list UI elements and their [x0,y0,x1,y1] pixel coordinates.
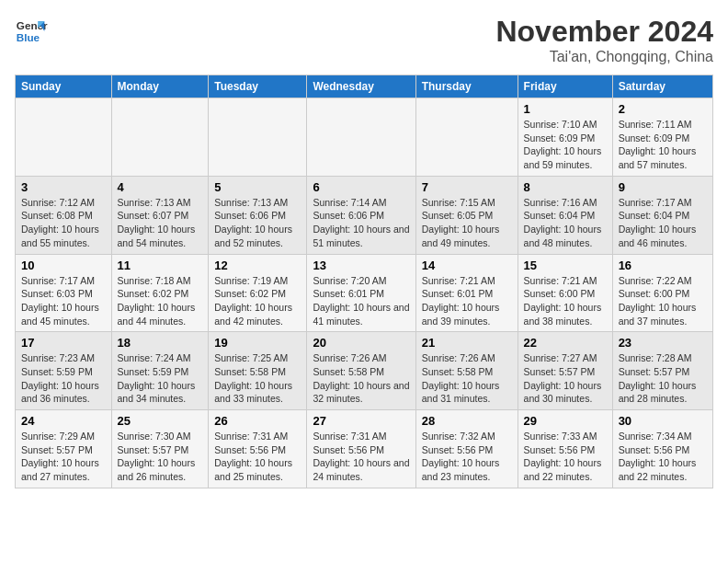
day-number: 18 [118,336,203,350]
day-info: Sunrise: 7:21 AMSunset: 6:00 PMDaylight:… [524,274,607,328]
title-area: November 2024 Tai'an, Chongqing, China [495,15,713,65]
day-info: Sunrise: 7:23 AMSunset: 5:59 PMDaylight:… [21,351,106,406]
calendar-cell: 6Sunrise: 7:14 AMSunset: 6:06 PMDaylight… [307,176,415,254]
weekday-header-friday: Friday [518,75,612,98]
weekday-header-saturday: Saturday [612,75,712,98]
calendar-cell: 24Sunrise: 7:29 AMSunset: 5:57 PMDayligh… [16,410,112,488]
calendar-cell: 25Sunrise: 7:30 AMSunset: 5:57 PMDayligh… [111,410,209,488]
weekday-header-tuesday: Tuesday [209,75,307,98]
day-number: 7 [422,180,512,194]
day-info: Sunrise: 7:17 AMSunset: 6:03 PMDaylight:… [21,274,106,328]
day-number: 27 [313,414,409,428]
day-number: 30 [619,414,707,428]
day-number: 4 [118,180,203,194]
calendar-cell: 30Sunrise: 7:34 AMSunset: 5:56 PMDayligh… [612,410,712,488]
day-number: 19 [214,336,301,350]
day-number: 26 [214,414,301,428]
day-number: 6 [313,180,409,194]
day-info: Sunrise: 7:21 AMSunset: 6:01 PMDaylight:… [422,274,512,328]
calendar-cell: 2Sunrise: 7:11 AMSunset: 6:09 PMDaylight… [612,98,712,177]
day-info: Sunrise: 7:31 AMSunset: 5:56 PMDaylight:… [313,430,409,484]
calendar-cell: 14Sunrise: 7:21 AMSunset: 6:01 PMDayligh… [415,254,518,332]
calendar-cell: 20Sunrise: 7:26 AMSunset: 5:58 PMDayligh… [307,332,415,410]
day-info: Sunrise: 7:29 AMSunset: 5:57 PMDaylight:… [21,430,106,484]
day-number: 12 [214,259,301,272]
weekday-header-thursday: Thursday [415,75,518,98]
day-number: 23 [619,336,707,350]
calendar-cell: 10Sunrise: 7:17 AMSunset: 6:03 PMDayligh… [16,254,112,332]
day-number: 22 [524,336,607,350]
calendar-week-1: 1Sunrise: 7:10 AMSunset: 6:09 PMDaylight… [16,98,713,177]
calendar-cell: 29Sunrise: 7:33 AMSunset: 5:56 PMDayligh… [518,410,612,488]
day-info: Sunrise: 7:32 AMSunset: 5:56 PMDaylight:… [422,430,512,484]
calendar-cell: 3Sunrise: 7:12 AMSunset: 6:08 PMDaylight… [16,176,112,254]
day-info: Sunrise: 7:34 AMSunset: 5:56 PMDaylight:… [619,430,707,484]
day-info: Sunrise: 7:17 AMSunset: 6:04 PMDaylight:… [619,196,707,250]
day-info: Sunrise: 7:26 AMSunset: 5:58 PMDaylight:… [422,351,512,406]
day-info: Sunrise: 7:33 AMSunset: 5:56 PMDaylight:… [524,430,607,484]
calendar-cell: 21Sunrise: 7:26 AMSunset: 5:58 PMDayligh… [415,332,518,410]
calendar-cell: 15Sunrise: 7:21 AMSunset: 6:00 PMDayligh… [518,254,612,332]
day-info: Sunrise: 7:28 AMSunset: 5:57 PMDaylight:… [619,351,707,406]
calendar-cell: 19Sunrise: 7:25 AMSunset: 5:58 PMDayligh… [209,332,307,410]
calendar-week-5: 24Sunrise: 7:29 AMSunset: 5:57 PMDayligh… [16,410,713,488]
calendar-cell: 16Sunrise: 7:22 AMSunset: 6:00 PMDayligh… [612,254,712,332]
calendar-cell: 26Sunrise: 7:31 AMSunset: 5:56 PMDayligh… [209,410,307,488]
calendar-week-3: 10Sunrise: 7:17 AMSunset: 6:03 PMDayligh… [16,254,713,332]
calendar-table: SundayMondayTuesdayWednesdayThursdayFrid… [15,75,713,488]
day-info: Sunrise: 7:15 AMSunset: 6:05 PMDaylight:… [422,196,512,250]
weekday-header-wednesday: Wednesday [307,75,415,98]
day-number: 11 [118,259,203,272]
calendar-cell: 11Sunrise: 7:18 AMSunset: 6:02 PMDayligh… [111,254,209,332]
calendar-cell: 28Sunrise: 7:32 AMSunset: 5:56 PMDayligh… [415,410,518,488]
calendar-cell: 12Sunrise: 7:19 AMSunset: 6:02 PMDayligh… [209,254,307,332]
calendar-cell: 17Sunrise: 7:23 AMSunset: 5:59 PMDayligh… [16,332,112,410]
calendar-cell: 7Sunrise: 7:15 AMSunset: 6:05 PMDaylight… [415,176,518,254]
calendar-cell: 4Sunrise: 7:13 AMSunset: 6:07 PMDaylight… [111,176,209,254]
logo-icon: General Blue [15,15,48,48]
day-info: Sunrise: 7:13 AMSunset: 6:06 PMDaylight:… [214,196,301,250]
day-number: 14 [422,259,512,272]
calendar-cell: 18Sunrise: 7:24 AMSunset: 5:59 PMDayligh… [111,332,209,410]
calendar-cell: 5Sunrise: 7:13 AMSunset: 6:06 PMDaylight… [209,176,307,254]
day-info: Sunrise: 7:20 AMSunset: 6:01 PMDaylight:… [313,274,409,328]
day-info: Sunrise: 7:13 AMSunset: 6:07 PMDaylight:… [118,196,203,250]
weekday-header-row: SundayMondayTuesdayWednesdayThursdayFrid… [16,75,713,98]
day-info: Sunrise: 7:11 AMSunset: 6:09 PMDaylight:… [619,118,707,172]
day-number: 10 [21,259,106,272]
day-number: 2 [619,102,707,116]
calendar-cell [307,98,415,177]
day-info: Sunrise: 7:22 AMSunset: 6:00 PMDaylight:… [619,274,707,328]
day-number: 1 [524,102,607,116]
day-number: 9 [619,180,707,194]
day-info: Sunrise: 7:27 AMSunset: 5:57 PMDaylight:… [524,351,607,406]
day-number: 5 [214,180,301,194]
day-number: 24 [21,414,106,428]
calendar-cell [111,98,209,177]
day-number: 28 [422,414,512,428]
day-info: Sunrise: 7:19 AMSunset: 6:02 PMDaylight:… [214,274,301,328]
calendar-cell [415,98,518,177]
logo: General Blue [15,15,48,48]
svg-text:Blue: Blue [17,31,40,43]
calendar-cell: 13Sunrise: 7:20 AMSunset: 6:01 PMDayligh… [307,254,415,332]
day-number: 29 [524,414,607,428]
day-number: 16 [619,259,707,272]
day-info: Sunrise: 7:10 AMSunset: 6:09 PMDaylight:… [524,118,607,172]
day-number: 25 [118,414,203,428]
day-number: 17 [21,336,106,350]
day-info: Sunrise: 7:14 AMSunset: 6:06 PMDaylight:… [313,196,409,250]
day-number: 3 [21,180,106,194]
calendar-cell [209,98,307,177]
calendar-cell: 23Sunrise: 7:28 AMSunset: 5:57 PMDayligh… [612,332,712,410]
weekday-header-monday: Monday [111,75,209,98]
calendar-cell: 8Sunrise: 7:16 AMSunset: 6:04 PMDaylight… [518,176,612,254]
month-title: November 2024 [495,15,713,49]
day-number: 21 [422,336,512,350]
calendar-cell: 1Sunrise: 7:10 AMSunset: 6:09 PMDaylight… [518,98,612,177]
calendar-week-2: 3Sunrise: 7:12 AMSunset: 6:08 PMDaylight… [16,176,713,254]
calendar-cell: 9Sunrise: 7:17 AMSunset: 6:04 PMDaylight… [612,176,712,254]
weekday-header-sunday: Sunday [16,75,112,98]
day-number: 20 [313,336,409,350]
location-subtitle: Tai'an, Chongqing, China [495,49,713,65]
